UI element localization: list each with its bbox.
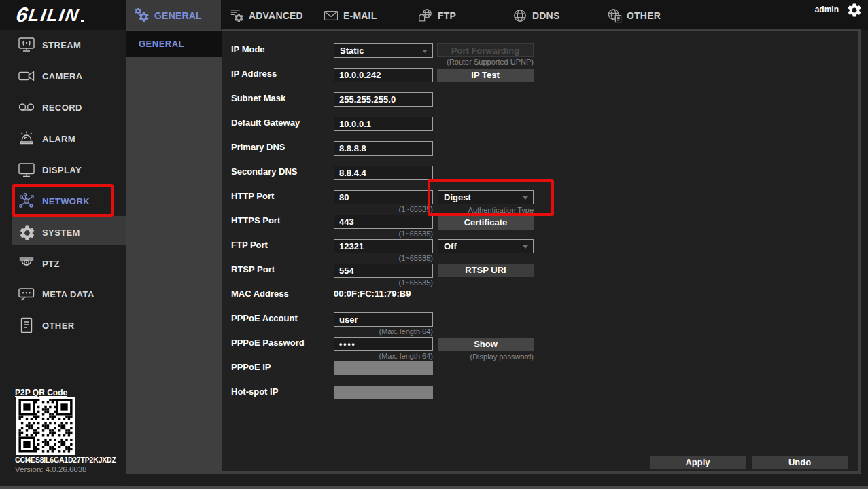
monitor-icon	[18, 161, 35, 179]
sidebar-item-label: PTZ	[42, 259, 60, 269]
sub-sidebar	[126, 30, 222, 474]
record-reel-icon	[18, 98, 35, 116]
http-port-range-caption: (1~65535)	[399, 205, 433, 213]
tab-label: E-MAIL	[343, 10, 377, 21]
secondary-dns-input[interactable]	[334, 166, 433, 180]
ftp-server-value: Off	[444, 241, 457, 251]
https-port-input[interactable]	[334, 215, 433, 229]
tab-other[interactable]: OTHER	[599, 0, 693, 31]
sidebar-item-label: META DATA	[42, 289, 94, 300]
field-label: Hot-spot IP	[231, 386, 278, 397]
auth-type-select[interactable]: Digest	[438, 190, 534, 204]
ip-mode-value: Static	[340, 46, 364, 56]
ip-address-input[interactable]	[334, 68, 433, 82]
tab-ftp[interactable]: FTP	[410, 0, 504, 31]
sidebar-item-label: CAMERA	[42, 71, 82, 82]
https-port-range-caption: (1~65535)	[399, 230, 433, 238]
sidebar-item-camera[interactable]: CAMERA	[0, 62, 126, 90]
lilin-leaf-icon: 6	[15, 3, 29, 26]
bottom-divider	[0, 486, 868, 489]
tab-advanced[interactable]: ADVANCED	[221, 0, 315, 31]
sidebar-item-label: STREAM	[42, 40, 81, 50]
globe-document-icon	[607, 8, 622, 23]
sidebar-item-label: DISPLAY	[42, 165, 82, 175]
network-general-panel	[222, 29, 861, 474]
lilin-logo: 6 LILIN	[16, 4, 84, 26]
tab-email[interactable]: E-MAIL	[315, 0, 410, 31]
logged-in-user: admin	[815, 5, 839, 14]
field-label: IP Address	[231, 69, 277, 79]
tab-label: FTP	[438, 10, 456, 21]
primary-dns-input[interactable]	[334, 141, 433, 156]
advanced-gear-icon	[229, 8, 244, 23]
settings-gear-icon[interactable]	[846, 2, 863, 18]
pppoe-account-caption: (Max. length 64)	[379, 327, 433, 336]
default-gateway-input[interactable]	[334, 117, 433, 131]
display-password-caption: (Display password)	[470, 352, 534, 361]
pppoe-ip-input-disabled	[334, 361, 433, 375]
dome-camera-icon	[18, 255, 35, 272]
sidebar-item-label: RECORD	[42, 103, 82, 113]
pppoe-account-input[interactable]	[334, 312, 433, 327]
field-label: HTTPS Port	[231, 215, 280, 225]
logo-text: LILIN	[27, 5, 81, 26]
sidebar-item-other[interactable]: OTHER	[0, 312, 126, 339]
tab-ddns[interactable]: DDNS	[504, 0, 599, 31]
system-gear-icon	[18, 223, 35, 241]
field-label: FTP Port	[231, 240, 268, 250]
p2p-qr-title: P2P QR Code	[15, 388, 67, 397]
gears-icon	[135, 8, 150, 23]
ip-mode-select[interactable]: Static	[334, 43, 433, 58]
siren-icon	[18, 130, 35, 147]
field-label: Subnet Mask	[231, 93, 285, 103]
top-bar: 6 LILIN GENERAL ADVANCED	[0, 0, 868, 30]
ip-test-button[interactable]: IP Test	[437, 69, 534, 82]
network-nodes-icon	[18, 192, 35, 210]
field-label: Secondary DNS	[231, 166, 298, 177]
tab-label: DDNS	[532, 10, 559, 21]
field-label: IP Mode	[231, 44, 265, 54]
chevron-down-icon	[523, 245, 528, 249]
document-icon	[18, 316, 35, 334]
sidebar-item-label: SYSTEM	[42, 228, 80, 238]
ftp-server-select[interactable]: Off	[438, 239, 534, 253]
certificate-button[interactable]: Certificate	[438, 216, 534, 230]
sidebar-item-meta-data[interactable]: META DATA	[0, 280, 126, 308]
undo-button[interactable]: Undo	[752, 456, 848, 469]
chevron-down-icon	[523, 196, 528, 200]
upnp-caption: (Router Supported UPNP)	[447, 58, 534, 66]
rtsp-port-input[interactable]	[334, 264, 433, 278]
pppoe-password-input[interactable]	[334, 337, 433, 351]
http-port-input[interactable]	[334, 190, 433, 204]
ftp-port-input[interactable]	[334, 239, 433, 253]
sidebar-item-system[interactable]: SYSTEM	[0, 219, 126, 246]
tab-label: GENERAL	[154, 10, 202, 21]
stream-icon	[18, 36, 35, 54]
rtsp-port-range-caption: (1~65535)	[399, 278, 433, 287]
apply-button[interactable]: Apply	[650, 456, 746, 469]
tab-general[interactable]: GENERAL	[126, 0, 221, 31]
mac-address-value: 00:0F:FC:11:79:B9	[334, 289, 411, 299]
field-label: Default Gateway	[231, 117, 300, 128]
show-password-button[interactable]: Show	[438, 338, 534, 351]
sidebar-item-ptz[interactable]: PTZ	[0, 250, 126, 277]
ftp-port-range-caption: (1~65535)	[399, 254, 433, 262]
sidebar-item-stream[interactable]: STREAM	[0, 31, 126, 58]
logo-dot	[81, 20, 84, 22]
field-label: HTTP Port	[231, 191, 274, 201]
lilin-camera-settings-page: 6 LILIN GENERAL ADVANCED	[0, 0, 868, 489]
rtsp-uri-button[interactable]: RTSP URI	[438, 264, 534, 277]
chevron-down-icon	[422, 50, 428, 53]
firmware-version: Version: 4.0.26.6038	[15, 465, 87, 473]
sidebar-item-record[interactable]: RECORD	[0, 94, 126, 121]
globe-folder-icon	[418, 8, 433, 23]
subnet-mask-input[interactable]	[334, 92, 433, 107]
sidebar-item-display[interactable]: DISPLAY	[0, 156, 126, 183]
sidebar-item-label: NETWORK	[42, 196, 90, 206]
sidebar-item-alarm[interactable]: ALARM	[0, 125, 126, 152]
sidebar-item-network[interactable]: NETWORK	[0, 187, 126, 215]
speech-bubble-icon	[18, 285, 35, 303]
port-forwarding-button: Port Forwarding	[437, 43, 534, 57]
subnav-item-general[interactable]: GENERAL	[126, 31, 222, 57]
field-label: MAC Address	[231, 289, 289, 299]
